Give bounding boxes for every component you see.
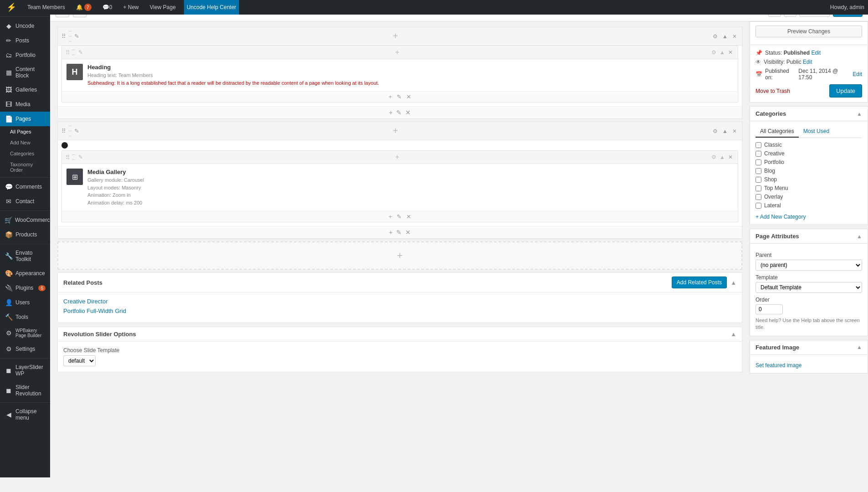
sidebar-item-wpbakery[interactable]: ⚙ WPBakery Page Builder	[0, 324, 50, 342]
row2-action-edit[interactable]: ✎	[396, 229, 402, 236]
row1-move-icon[interactable]: ⠿	[61, 33, 66, 40]
row2-move-icon[interactable]: ⠿	[61, 128, 66, 134]
sidebar-item-pages[interactable]: 📄 Pages	[0, 112, 50, 126]
page-attributes-toggle[interactable]: ▲	[857, 233, 862, 240]
sidebar-item-layerslider[interactable]: ◼ LayerSlider WP	[0, 360, 50, 380]
parent-select[interactable]: (no parent)	[756, 260, 862, 271]
submenu-categories[interactable]: Categories	[0, 148, 50, 159]
submenu-taxonomy-order[interactable]: Taxonomy Order	[0, 159, 50, 175]
sidebar-item-slider-revolution[interactable]: ◼ Slider Revolution	[0, 380, 50, 400]
categories-header[interactable]: Categories ▲	[750, 107, 868, 121]
cat-checkbox-blog[interactable]	[756, 168, 761, 174]
sidebar-item-tools[interactable]: 🔨 Tools	[0, 310, 50, 324]
adminbar-new[interactable]: + New	[120, 0, 141, 15]
row1-up-btn[interactable]: ▲	[721, 32, 729, 41]
sidebar-item-content-block[interactable]: ▦ Content Block	[0, 62, 50, 82]
adminbar-site[interactable]: Team Members	[25, 0, 68, 15]
adminbar-view-page[interactable]: View Page	[147, 0, 179, 15]
col1-action-close[interactable]: ✕	[406, 93, 411, 100]
row1-settings-btn[interactable]: ⚙	[711, 32, 719, 41]
col1-up-icon[interactable]: ▲	[720, 49, 725, 56]
submenu-all-pages[interactable]: All Pages	[0, 126, 50, 137]
revolution-slider-toggle[interactable]: ▲	[730, 331, 736, 338]
submenu-add-new[interactable]: Add New	[0, 137, 50, 148]
related-posts-toggle[interactable]: ▲	[730, 279, 736, 286]
cat-checkbox-creative[interactable]	[756, 151, 761, 157]
cat-checkbox-classic[interactable]	[756, 142, 761, 148]
sidebar-item-envato[interactable]: 🔧 Envato Toolkit	[0, 246, 50, 266]
published-edit-link[interactable]: Edit	[853, 71, 862, 77]
page-attributes-header[interactable]: Page Attributes ▲	[750, 229, 868, 244]
col2-up-icon[interactable]: ▲	[720, 154, 725, 160]
wp-logo[interactable]: ⚡	[4, 0, 19, 15]
row1-edit-icon[interactable]: ✎	[74, 33, 79, 40]
col2-settings-icon[interactable]: ⚙	[711, 154, 716, 160]
row2-settings-btn[interactable]: ⚙	[711, 127, 719, 135]
revolution-slider-header[interactable]: Revolution Slider Options ▲	[58, 327, 742, 342]
sidebar-item-plugins[interactable]: 🔌 Plugins 6	[0, 281, 50, 295]
builder-scroll-area[interactable]: ⠿ ─── ✎ + ⚙ ▲ ✕	[50, 21, 750, 477]
add-new-row-area[interactable]: +	[57, 241, 742, 270]
sidebar-item-settings[interactable]: ⚙ Settings	[0, 342, 50, 356]
status-edit-link[interactable]: Edit	[811, 50, 821, 56]
row1-action-close[interactable]: ✕	[405, 109, 411, 116]
col2-close-btn[interactable]: ✕	[727, 153, 734, 161]
adminbar-help-center[interactable]: Uncode Help Center	[184, 0, 239, 15]
row1-add-element-button[interactable]: +	[393, 31, 398, 41]
col1-settings-icon[interactable]: ⚙	[711, 49, 716, 56]
sidebar-item-media[interactable]: 🎞 Media	[0, 97, 50, 112]
sidebar-item-users[interactable]: 👤 Users	[0, 295, 50, 310]
order-input[interactable]	[756, 304, 783, 314]
cat-tab-most-used[interactable]: Most Used	[799, 126, 834, 138]
template-select[interactable]: Default Template	[756, 282, 862, 293]
col1-add-button[interactable]: +	[395, 48, 399, 56]
sidebar-item-woocommerce[interactable]: 🛒 WooCommerce	[0, 213, 50, 227]
sidebar-item-portfolio[interactable]: 🗂 Portfolio	[0, 48, 50, 62]
categories-toggle[interactable]: ▲	[857, 111, 862, 117]
visibility-edit-link[interactable]: Edit	[803, 59, 812, 65]
cat-tab-all[interactable]: All Categories	[756, 126, 799, 138]
row2-edit-icon[interactable]: ✎	[74, 128, 79, 134]
sidebar-item-uncode[interactable]: ◆ Uncode	[0, 19, 50, 33]
cat-checkbox-portfolio[interactable]	[756, 159, 761, 165]
add-new-category-link[interactable]: + Add New Category	[756, 214, 862, 220]
col1-action-edit[interactable]: ✎	[397, 93, 402, 100]
update-publish-button[interactable]: Update	[829, 84, 862, 97]
sidebar-item-contact[interactable]: ✉ Contact	[0, 194, 50, 209]
cat-checkbox-shop[interactable]	[756, 177, 761, 183]
preview-changes-button[interactable]: Preview Changes	[756, 26, 862, 37]
featured-image-header[interactable]: Featured Image ▲	[750, 340, 868, 355]
row2-up-btn[interactable]: ▲	[721, 127, 729, 135]
col2-edit-icon[interactable]: ✎	[78, 154, 83, 160]
col2-add-button[interactable]: +	[395, 153, 399, 161]
slide-template-select[interactable]: default	[63, 355, 96, 366]
sidebar-item-collapse[interactable]: ◀ Collapse menu	[0, 405, 50, 425]
set-featured-image-link[interactable]: Set featured image	[756, 362, 862, 369]
adminbar-comments[interactable]: 💬 0	[100, 0, 115, 15]
sidebar-item-comments[interactable]: 💬 Comments	[0, 179, 50, 194]
col1-move-icon[interactable]: ⠿	[66, 49, 70, 56]
row2-action-add[interactable]: +	[389, 229, 393, 236]
col1-edit-icon[interactable]: ✎	[78, 49, 83, 56]
row2-close-btn[interactable]: ✕	[731, 127, 738, 135]
related-post-1[interactable]: Creative Director	[63, 298, 736, 305]
col1-close-btn[interactable]: ✕	[727, 48, 734, 56]
col2-action-close[interactable]: ✕	[406, 213, 411, 220]
col1-action-add[interactable]: +	[388, 93, 392, 100]
sidebar-item-galleries[interactable]: 🖼 Galleries	[0, 82, 50, 97]
row2-add-element-button[interactable]: +	[393, 126, 398, 136]
add-related-posts-button[interactable]: Add Related Posts	[672, 277, 727, 288]
cat-checkbox-top-menu[interactable]	[756, 185, 761, 191]
add-row-plus-button[interactable]: +	[397, 250, 403, 261]
move-to-trash-link[interactable]: Move to Trash	[756, 88, 790, 94]
related-posts-header[interactable]: Related Posts Add Related Posts ▲	[58, 273, 742, 292]
col2-move-icon[interactable]: ⠿	[66, 154, 70, 161]
sidebar-item-posts[interactable]: ✏ Posts	[0, 33, 50, 48]
row1-action-add[interactable]: +	[389, 109, 393, 116]
col2-action-edit[interactable]: ✎	[397, 213, 402, 220]
featured-image-toggle[interactable]: ▲	[857, 344, 862, 350]
row1-action-edit[interactable]: ✎	[396, 109, 402, 116]
cat-checkbox-overlay[interactable]	[756, 194, 761, 200]
adminbar-updates[interactable]: 🔔 7	[73, 0, 94, 15]
row1-close-btn[interactable]: ✕	[731, 32, 738, 41]
